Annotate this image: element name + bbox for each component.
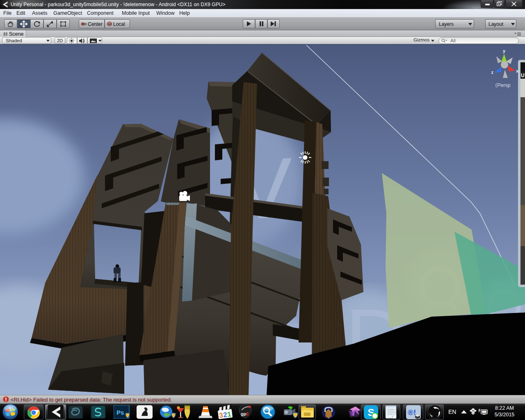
svg-text:y: y: [503, 48, 506, 53]
svg-text:®!: ®!: [408, 408, 416, 417]
svg-text:Ps: Ps: [116, 409, 124, 416]
svg-text:6: 6: [246, 411, 249, 416]
svg-text:gp: gp: [241, 411, 247, 416]
svg-text:U: U: [521, 73, 525, 78]
svg-text:z: z: [491, 70, 494, 75]
svg-text:⟨Persp: ⟨Persp: [495, 82, 511, 88]
